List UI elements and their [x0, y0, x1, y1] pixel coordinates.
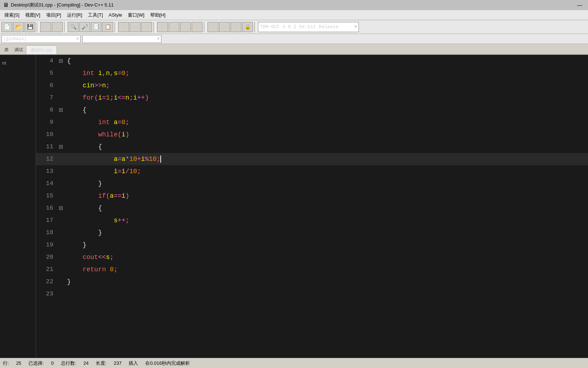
tab-side-debug[interactable]: 调试 [12, 45, 26, 54]
fold-marker-18[interactable] [58, 227, 64, 239]
line-number-19: 19 [36, 239, 58, 251]
run2-button[interactable]: 🔒 [242, 22, 253, 32]
fold-marker-23[interactable] [58, 288, 64, 300]
code-line-5[interactable]: 5 int i,n,s=0; [36, 67, 588, 79]
bookmark-button[interactable]: 📑 [91, 22, 102, 32]
code-line-23[interactable]: 23 [36, 288, 588, 300]
line-number-14: 14 [36, 178, 58, 190]
run1-button[interactable]: ▶ [231, 22, 241, 32]
code-content-5: int i,n,s=0; [64, 67, 588, 79]
code-line-7[interactable]: 7 for(i=1;i<=n;i++) [36, 92, 588, 104]
separator-4 [153, 22, 156, 32]
code-content-10: while(i) [64, 128, 588, 141]
code-content-19: } [64, 239, 588, 251]
menu-item-AStyle[interactable]: AStyle [106, 11, 125, 19]
code-content-7: for(i=1;i<=n;i++) [64, 92, 588, 104]
menu-item-项目[P][interactable]: 项目[P] [43, 10, 64, 20]
total-lines-value: 24 [84, 360, 89, 366]
fold-marker-21[interactable] [58, 263, 64, 276]
fold-marker-17[interactable] [58, 214, 64, 227]
insert-label: 插入 [129, 360, 138, 367]
main-layout: nt 4−{5 int i,n,s=0;6 cin>>n;7 for(i=1;i… [0, 55, 588, 368]
layout2-button[interactable]: ◻ [169, 22, 179, 32]
row-value: 25 [16, 360, 21, 366]
fold-marker-9[interactable] [58, 116, 64, 128]
fold-marker-13[interactable] [58, 165, 64, 178]
left-sidebar: nt [0, 55, 36, 368]
line-number-8: 8 [36, 104, 58, 116]
fold-marker-6[interactable] [58, 79, 64, 92]
code-line-19[interactable]: 19 } [36, 239, 588, 251]
fold-marker-15[interactable] [58, 190, 64, 202]
minimize-button[interactable]: — [574, 2, 585, 8]
code-line-6[interactable]: 6 cin>>n; [36, 79, 588, 92]
layout3-button[interactable]: ◻ [180, 22, 191, 32]
app-icon: 🖥 [3, 2, 9, 8]
fold-marker-20[interactable] [58, 251, 64, 263]
code-line-20[interactable]: 20 cout<<s; [36, 251, 588, 263]
layout1-button[interactable]: ⊞ [157, 22, 168, 32]
code-content-14: } [64, 178, 588, 190]
fold-marker-16[interactable]: − [58, 202, 64, 214]
code-line-21[interactable]: 21 return 0; [36, 263, 588, 276]
menu-item-帮助[H][interactable]: 帮助[H] [147, 10, 169, 20]
code-line-18[interactable]: 18 } [36, 227, 588, 239]
code-content-16: { [64, 202, 588, 214]
search-button[interactable]: 🔍 [68, 22, 79, 32]
code-line-9[interactable]: 9 int a=0; [36, 116, 588, 128]
code-line-8[interactable]: 8− { [36, 104, 588, 116]
compile-button[interactable]: 🛡 [141, 22, 152, 32]
line-number-9: 9 [36, 116, 58, 128]
code-line-11[interactable]: 11− { [36, 141, 588, 153]
open-button[interactable]: 📂 [13, 22, 24, 32]
separator-3 [115, 22, 117, 32]
forward-button[interactable]: ◀◀ [130, 22, 141, 32]
check-button[interactable]: ✓ [208, 22, 218, 32]
code-line-16[interactable]: 16− { [36, 202, 588, 214]
code-line-14[interactable]: 14 } [36, 178, 588, 190]
save-button[interactable]: 💾 [24, 22, 35, 32]
back-button[interactable]: ◀ [118, 22, 129, 32]
stop-button[interactable]: ✗ [219, 22, 230, 32]
code-line-10[interactable]: 10 while(i) [36, 128, 588, 141]
scope-right-dropdown[interactable]: ▼ [82, 35, 161, 43]
code-content-20: cout<<s; [64, 251, 588, 263]
code-line-12[interactable]: 12 a=a*10+i%10; [36, 153, 588, 165]
code-line-15[interactable]: 15 if(a==i) [36, 190, 588, 202]
code-line-4[interactable]: 4−{ [36, 55, 588, 67]
code-editor[interactable]: 4−{5 int i,n,s=0;6 cin>>n;7 for(i=1;i<=n… [36, 55, 588, 368]
undo-button[interactable]: ↩ [40, 22, 51, 32]
fold-marker-4[interactable]: − [58, 55, 64, 67]
compiler-label: TDM-GCC 4.9.2 64-bit Release [260, 24, 338, 30]
menu-item-视图[V][interactable]: 视图[V] [22, 10, 43, 20]
fold-marker-5[interactable] [58, 67, 64, 79]
fold-marker-22[interactable] [58, 276, 64, 288]
line-number-12: 12 [36, 153, 58, 165]
code-content-9: int a=0; [64, 116, 588, 128]
menu-item-运行[R][interactable]: 运行[R] [64, 10, 85, 20]
fold-marker-14[interactable] [58, 178, 64, 190]
fold-marker-7[interactable] [58, 92, 64, 104]
row-label: 行: [3, 360, 9, 367]
tab-side-class[interactable]: 类 [1, 45, 12, 54]
code-line-17[interactable]: 17 s++; [36, 214, 588, 227]
fold-marker-11[interactable]: − [58, 141, 64, 153]
code-line-22[interactable]: 22} [36, 276, 588, 288]
menu-item-工具[T][interactable]: 工具[T] [85, 10, 106, 20]
bookmark2-button[interactable]: 📋 [102, 22, 113, 32]
scope-left-dropdown[interactable]: (globals) ▼ [1, 35, 81, 43]
fold-marker-12[interactable] [58, 153, 64, 165]
menu-item-窗口[W][interactable]: 窗口[W] [125, 10, 147, 20]
replace-button[interactable]: 🔎 [79, 22, 90, 32]
menu-item-搜索[S][interactable]: 搜索[S] [1, 10, 22, 20]
compiler-dropdown[interactable]: TDM-GCC 4.9.2 64-bit Release ▼ [258, 22, 359, 32]
fold-marker-8[interactable]: − [58, 104, 64, 116]
separator-1 [37, 22, 39, 32]
code-line-13[interactable]: 13 i=i/10; [36, 165, 588, 178]
fold-marker-10[interactable] [58, 128, 64, 141]
new-button[interactable]: 📄 [1, 22, 12, 32]
fold-marker-19[interactable] [58, 239, 64, 251]
layout4-button[interactable]: ⊟ [192, 22, 202, 32]
tab-file[interactable]: 测试01.cpp [26, 45, 57, 54]
redo-button[interactable]: ↪ [52, 22, 63, 32]
